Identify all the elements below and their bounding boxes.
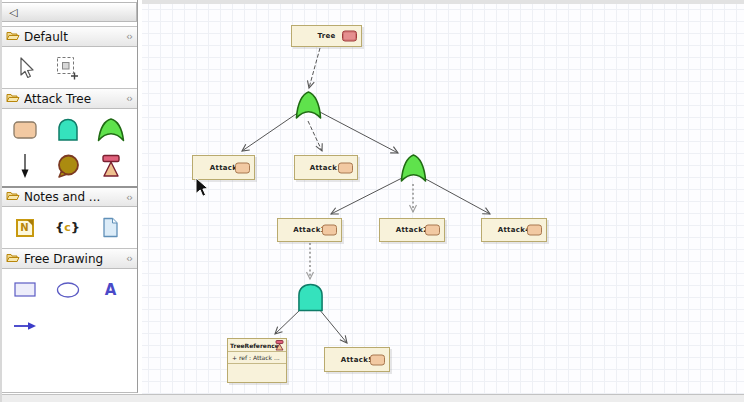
- or-gate-tool[interactable]: [94, 114, 127, 145]
- hourglass-icon: [99, 154, 123, 178]
- pin-drawer-icon[interactable]: ‹›: [126, 93, 133, 104]
- attacker-bubble-icon: [55, 153, 81, 179]
- rectangle-tool[interactable]: [8, 274, 41, 305]
- and-gate-icon: [56, 118, 80, 142]
- folder-icon: [6, 92, 20, 106]
- palette-drawer-notes[interactable]: Notes and ... ‹›: [2, 186, 137, 207]
- node-badge-icon: [338, 162, 353, 173]
- cursor-arrow-icon: [15, 56, 35, 80]
- node-attack2[interactable]: Attack2: [379, 218, 445, 242]
- hourglass-icon: [275, 340, 284, 351]
- palette-drawer-attack-tree[interactable]: Attack Tree ‹›: [2, 88, 137, 109]
- node-attack3[interactable]: Attack3: [277, 218, 342, 242]
- ellipse-icon: [55, 281, 81, 299]
- palette-drawer-free-drawing[interactable]: Free Drawing ‹›: [2, 248, 137, 269]
- right-arrow-icon: [12, 320, 38, 332]
- pin-drawer-icon[interactable]: ‹›: [126, 192, 133, 203]
- mouse-cursor: [195, 177, 210, 198]
- and-gate-tool[interactable]: [51, 114, 84, 145]
- attacker-tool[interactable]: [51, 150, 84, 181]
- select-tool[interactable]: [8, 52, 41, 83]
- node-badge-icon: [342, 31, 357, 42]
- document-icon: [102, 217, 119, 238]
- attack-node-tool[interactable]: [8, 114, 41, 145]
- palette-collapse-button[interactable]: ◁: [2, 2, 137, 22]
- node-badge-icon: [527, 225, 542, 236]
- rectangle-icon: [13, 281, 37, 298]
- collapse-left-icon: ◁: [9, 6, 17, 19]
- node-badge-icon: [322, 225, 337, 236]
- palette-drawer-default[interactable]: Default ‹›: [2, 26, 137, 47]
- node-attack5[interactable]: Attack5: [324, 347, 390, 372]
- text-tool[interactable]: A: [94, 274, 127, 305]
- node-attack4[interactable]: Attack4: [481, 218, 547, 242]
- drawer-label-notes: Notes and ...: [24, 190, 122, 204]
- tree-reference-title: TreeReference: [228, 339, 286, 352]
- arrow-tool[interactable]: [8, 310, 41, 341]
- tool-palette: ◁ Default ‹› Attack Tree ‹›: [2, 0, 138, 393]
- drawer-label-attack-tree: Attack Tree: [24, 92, 122, 106]
- attack-tree-tools: [2, 109, 137, 186]
- down-arrow-icon: [17, 152, 33, 179]
- attack-tree-editor-window: ◁ Default ‹› Attack Tree ‹›: [0, 0, 744, 402]
- marquee-icon: [55, 55, 80, 80]
- marquee-tool[interactable]: [51, 52, 84, 83]
- edges-layer: [142, 0, 744, 394]
- document-tool[interactable]: [94, 212, 127, 243]
- constraint-tool[interactable]: {c}: [51, 212, 84, 243]
- tree-reference-attribute: + ref : Attack ...: [228, 352, 286, 364]
- folder-icon: [6, 30, 20, 44]
- folder-icon: [6, 252, 20, 266]
- canvas-top-strip: [142, 0, 744, 4]
- node-attack1[interactable]: Attack1: [294, 155, 358, 180]
- tree-reference-tool[interactable]: [94, 150, 127, 181]
- note-tool[interactable]: N: [8, 212, 41, 243]
- folder-icon: [6, 190, 20, 204]
- note-icon: N: [16, 219, 34, 237]
- drawer-label-free-drawing: Free Drawing: [24, 252, 122, 266]
- or-gate-icon: [97, 118, 125, 142]
- diagram-canvas[interactable]: Tree Attack Attack1 Attack3 Attack2 Atta…: [142, 0, 744, 394]
- node-badge-icon: [235, 162, 250, 173]
- node-attack[interactable]: Attack: [192, 155, 255, 180]
- ellipse-tool[interactable]: [51, 274, 84, 305]
- pin-drawer-icon[interactable]: ‹›: [126, 253, 133, 264]
- connection-tool[interactable]: [8, 150, 41, 181]
- notes-tools: N {c}: [2, 207, 137, 248]
- node-badge-icon: [425, 225, 440, 236]
- pin-drawer-icon[interactable]: ‹›: [126, 31, 133, 42]
- node-tree-reference[interactable]: TreeReference + ref : Attack ...: [227, 338, 287, 383]
- status-bar: [2, 394, 744, 402]
- node-badge-icon: [370, 354, 385, 365]
- and-gate-1[interactable]: [297, 283, 324, 312]
- attack-node-icon: [12, 120, 38, 140]
- drawer-label-default: Default: [24, 30, 122, 44]
- default-tools: [2, 47, 137, 88]
- free-drawing-tools: A: [2, 269, 137, 346]
- node-tree[interactable]: Tree: [291, 25, 362, 47]
- or-gate-2[interactable]: [400, 154, 427, 183]
- or-gate-1[interactable]: [295, 91, 322, 120]
